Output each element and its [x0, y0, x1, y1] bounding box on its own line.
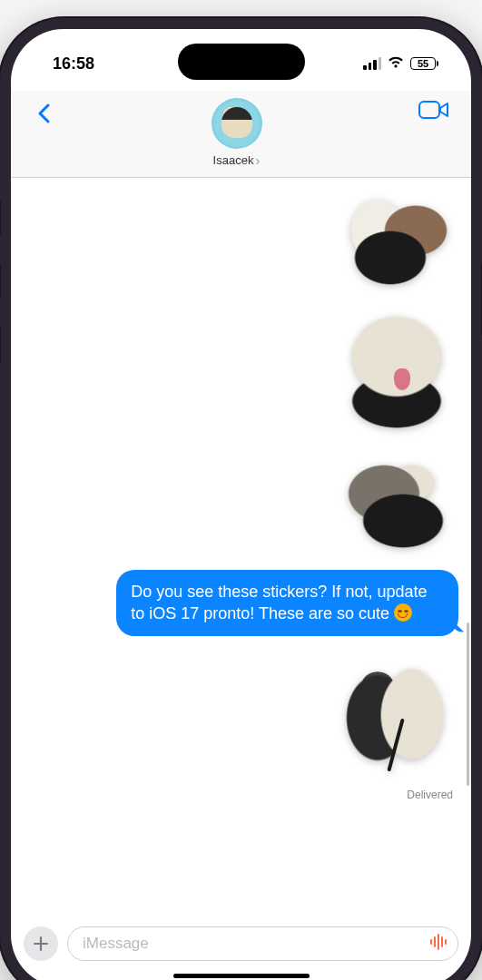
svg-rect-0	[419, 102, 439, 118]
back-button[interactable]	[33, 98, 54, 134]
battery-icon: 55	[410, 57, 438, 70]
contact-info-button[interactable]: Isaacek	[211, 98, 262, 168]
scrollbar-thumb[interactable]	[467, 622, 469, 786]
status-right-icons: 55	[363, 54, 438, 74]
sent-sticker[interactable]	[333, 192, 460, 301]
home-indicator[interactable]	[173, 974, 310, 978]
message-input[interactable]: iMessage	[67, 926, 458, 961]
cellular-signal-icon	[363, 57, 381, 70]
facetime-button[interactable]	[418, 98, 449, 125]
audio-message-button[interactable]	[428, 932, 448, 956]
dynamic-island	[178, 44, 305, 80]
contact-name: Isaacek	[213, 152, 261, 168]
messages-scroll-area[interactable]: Do you see these stickers? If not, updat…	[11, 178, 471, 919]
smiling-face-hearts-emoji	[394, 603, 412, 622]
sent-sticker[interactable]	[333, 647, 460, 783]
sent-sticker[interactable]	[333, 450, 460, 559]
wifi-icon	[387, 54, 405, 74]
sent-message-bubble[interactable]: Do you see these stickers? If not, updat…	[116, 570, 458, 636]
input-bar: iMessage	[11, 919, 471, 974]
contact-avatar	[211, 98, 262, 149]
battery-percentage: 55	[418, 58, 428, 69]
delivery-status: Delivered	[407, 789, 460, 801]
screen: 16:58 55 Isaacek	[11, 29, 471, 980]
conversation-header: Isaacek	[11, 91, 471, 178]
iphone-device-frame: 16:58 55 Isaacek	[0, 18, 482, 980]
input-placeholder: iMessage	[83, 935, 149, 953]
sent-sticker[interactable]	[333, 312, 460, 439]
apps-plus-button[interactable]	[24, 926, 58, 961]
message-text: Do you see these stickers? If not, updat…	[131, 583, 427, 622]
status-time: 16:58	[53, 54, 94, 74]
